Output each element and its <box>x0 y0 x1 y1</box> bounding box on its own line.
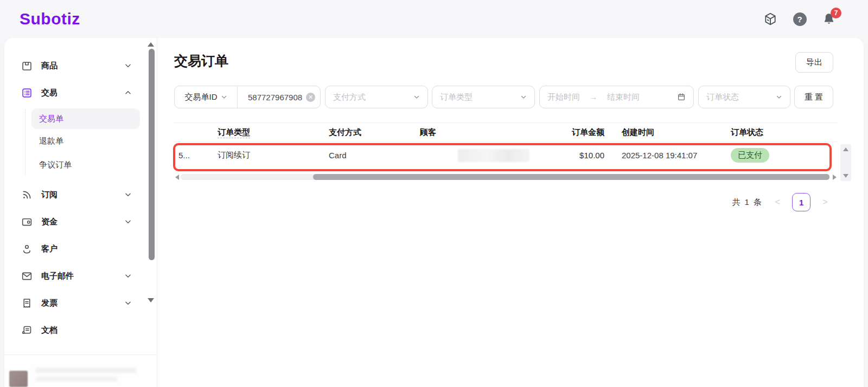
chevron-down-icon <box>124 299 132 307</box>
chevron-down-icon <box>124 191 132 198</box>
cell-order-type: 订阅续订 <box>218 150 329 160</box>
cell-created: 2025-12-08 19:41:07 <box>622 151 731 160</box>
reset-button[interactable]: 重置 <box>794 86 833 108</box>
submenu-guide-line <box>25 109 25 176</box>
status-badge: 已支付 <box>731 148 769 163</box>
end-date-placeholder: 结束时间 <box>607 92 640 102</box>
sidebar-item-documents[interactable]: 文档 <box>4 317 157 344</box>
sidebar-item-funds[interactable]: 资金 <box>4 208 157 235</box>
chevron-down-icon <box>124 62 132 69</box>
sidebar: 商品 交易 交易单 退款单 <box>4 38 157 387</box>
col-amount-header: 订单金额 <box>554 127 604 138</box>
list-icon <box>21 87 33 99</box>
customer-blur <box>458 149 529 162</box>
sidebar-scroll-up-icon[interactable] <box>148 42 154 47</box>
package-icon[interactable] <box>763 11 778 27</box>
main-content: 交易订单 导出 交易单ID 587727967908 ✕ 支付方式 <box>157 38 864 387</box>
start-date-placeholder: 开始时间 <box>547 92 580 102</box>
next-page-button[interactable]: > <box>822 197 828 208</box>
notification-badge: 7 <box>831 8 841 18</box>
payment-method-select[interactable]: 支付方式 <box>325 86 428 108</box>
cell-id: 5... <box>178 151 218 160</box>
sidebar-item-invoices[interactable]: 发票 <box>4 289 157 317</box>
box-icon <box>21 60 33 72</box>
chevron-down-icon <box>221 94 227 100</box>
export-button[interactable]: 导出 <box>795 52 833 73</box>
help-icon[interactable]: ? <box>792 11 807 27</box>
chevron-down-icon <box>413 94 420 100</box>
sidebar-item-label: 发票 <box>41 298 124 308</box>
hscroll-thumb[interactable] <box>313 174 829 180</box>
transaction-id-filter: 交易单ID 587727967908 ✕ <box>174 86 321 108</box>
clear-icon[interactable]: ✕ <box>306 93 315 102</box>
sidebar-item-label: 电子邮件 <box>41 271 124 281</box>
rss-icon <box>21 189 33 201</box>
sidebar-item-refund-order[interactable]: 退款单 <box>4 129 157 153</box>
sidebar-item-customers[interactable]: 客户 <box>4 235 157 262</box>
sidebar-user-area[interactable] <box>4 354 156 387</box>
scroll-down-icon[interactable] <box>843 174 848 178</box>
sidebar-item-transactions[interactable]: 交易 <box>4 79 157 106</box>
chevron-down-icon <box>776 94 782 100</box>
page-1-button[interactable]: 1 <box>792 193 810 211</box>
doc-icon <box>21 324 33 336</box>
orders-table: 订单类型 支付方式 顾客 订单金额 创建时间 订单状态 5... 订阅续订 Ca… <box>174 122 838 168</box>
avatar <box>9 371 28 387</box>
table-header-row: 订单类型 支付方式 顾客 订单金额 创建时间 订单状态 <box>174 122 838 142</box>
sidebar-item-label: 资金 <box>41 217 124 227</box>
receipt-icon <box>21 297 33 309</box>
sidebar-item-label: 文档 <box>41 325 132 336</box>
pagination: 共 1 条 < 1 > <box>732 193 828 211</box>
order-status-select[interactable]: 订单状态 <box>698 86 790 108</box>
date-range-arrow: → <box>590 93 597 101</box>
bell-icon[interactable]: 7 <box>821 11 837 27</box>
search-value: 587727967908 <box>248 93 302 102</box>
mail-icon <box>21 270 33 282</box>
col-order-type-header: 订单类型 <box>218 127 329 138</box>
search-input[interactable]: 587727967908 ✕ <box>238 93 320 102</box>
col-payment-header: 支付方式 <box>329 127 420 138</box>
person-icon <box>21 243 33 255</box>
col-created-header: 创建时间 <box>622 127 731 138</box>
order-type-select[interactable]: 订单类型 <box>432 86 535 108</box>
sidebar-item-label: 商品 <box>41 61 124 71</box>
cell-payment: Card <box>329 151 420 160</box>
sidebar-item-transaction-order[interactable]: 交易单 <box>31 108 140 129</box>
filter-bar: 交易单ID 587727967908 ✕ 支付方式 <box>174 86 847 108</box>
sidebar-item-subscription[interactable]: 订阅 <box>4 181 157 208</box>
sidebar-item-label: 交易 <box>41 88 124 98</box>
scroll-left-icon[interactable] <box>175 175 179 180</box>
sidebar-item-email[interactable]: 电子邮件 <box>4 262 157 289</box>
date-range-picker[interactable]: 开始时间 → 结束时间 <box>539 86 694 108</box>
sidebar-item-products[interactable]: 商品 <box>4 52 157 79</box>
chevron-down-icon <box>124 218 132 225</box>
topbar: Subotiz ? 7 <box>0 0 868 38</box>
sidebar-scrollbar-thumb[interactable] <box>149 49 155 260</box>
total-count: 共 1 条 <box>732 197 763 208</box>
horizontal-scrollbar <box>174 173 838 180</box>
page-title: 交易订单 <box>174 52 228 70</box>
scroll-up-icon[interactable] <box>843 147 848 151</box>
cell-amount: $10.00 <box>554 151 604 160</box>
brand-logo[interactable]: Subotiz <box>20 10 80 28</box>
calendar-icon <box>677 93 686 101</box>
table-row[interactable]: 5... 订阅续订 Card $10.00 2025-12-08 19:41:0… <box>174 142 838 168</box>
chevron-up-icon <box>124 89 132 96</box>
sidebar-item-label: 订阅 <box>41 190 124 200</box>
sidebar-item-label: 客户 <box>41 244 132 254</box>
chevron-down-icon <box>124 272 132 280</box>
wallet-icon <box>21 216 33 228</box>
prev-page-button[interactable]: < <box>775 197 780 208</box>
chevron-down-icon <box>520 94 527 100</box>
scroll-right-icon[interactable] <box>833 175 837 180</box>
user-name-blur <box>36 368 136 373</box>
col-customer-header: 顾客 <box>420 127 554 138</box>
col-status-header: 订单状态 <box>731 127 823 138</box>
id-type-select[interactable]: 交易单ID <box>175 86 238 108</box>
vertical-scrollbar <box>840 144 851 181</box>
cell-status: 已支付 <box>731 148 823 163</box>
sidebar-item-dispute-order[interactable]: 争议订单 <box>4 153 157 177</box>
sidebar-scroll-down-icon[interactable] <box>148 298 154 302</box>
user-email-blur <box>36 377 117 382</box>
